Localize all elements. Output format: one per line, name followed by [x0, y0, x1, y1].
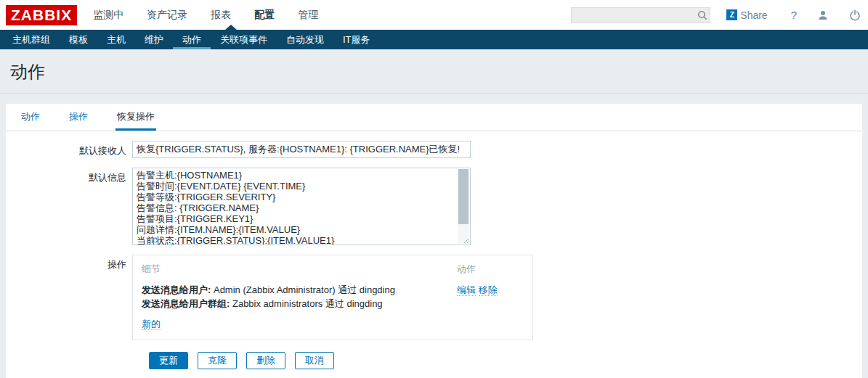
- search-input[interactable]: [572, 8, 695, 22]
- default-message-row: 默认信息 告警主机:{HOSTNAME1} 告警时间:{EVENT.DATE} …: [6, 168, 862, 245]
- action-form-panel: 动作 操作 恢复操作 默认接收人 默认信息 告警主机:{HOSTNAME1} 告…: [6, 104, 862, 378]
- nav-reports[interactable]: 报表: [211, 9, 231, 22]
- subnav-event-correlation[interactable]: 关联项事件: [211, 30, 277, 49]
- config-sub-nav: 主机群组 模板 主机 维护 动作 关联项事件 自动发现 IT服务: [0, 30, 868, 49]
- nav-inventory[interactable]: 资产记录: [147, 9, 187, 22]
- operation-details: 发送消息给用户: Admin (Zabbix Administrator) 通过…: [142, 283, 457, 311]
- recovery-operations-form: 默认接收人 默认信息 告警主机:{HOSTNAME1} 告警时间:{EVENT.…: [6, 131, 862, 369]
- default-message-textarea[interactable]: 告警主机:{HOSTNAME1} 告警时间:{EVENT.DATE} {EVEN…: [133, 168, 470, 245]
- help-icon[interactable]: ?: [791, 9, 797, 21]
- zabbix-share-icon: Z: [726, 9, 737, 20]
- share-label: Share: [740, 9, 767, 21]
- subnav-templates[interactable]: 模板: [60, 30, 97, 49]
- new-operation-link[interactable]: 新的: [142, 319, 161, 330]
- new-operation-container: 新的: [142, 318, 524, 331]
- subnav-it-services[interactable]: IT服务: [333, 30, 380, 49]
- operations-table-body: 发送消息给用户: Admin (Zabbix Administrator) 通过…: [142, 283, 524, 311]
- operation-row-usergroup: 发送消息给用户群组: Zabbix administrators 通过 ding…: [142, 297, 457, 311]
- textarea-scrollbar[interactable]: [458, 169, 469, 244]
- operations-row: 操作 细节 动作 发送消息给用户: Admin (Zabbix Administ…: [6, 255, 862, 340]
- operations-table: 细节 动作 发送消息给用户: Admin (Zabbix Administrat…: [132, 255, 533, 340]
- clone-button[interactable]: 克隆: [198, 352, 237, 369]
- default-subject-row: 默认接收人: [6, 141, 862, 158]
- scrollbar-thumb[interactable]: [458, 169, 469, 224]
- send-message-group-text: Zabbix administrators 通过 dingding: [230, 298, 382, 309]
- page-title: 动作: [10, 60, 858, 83]
- search-icon[interactable]: [695, 10, 710, 20]
- edit-operation-link[interactable]: 编辑: [457, 284, 476, 296]
- active-menu-pointer: [224, 25, 238, 30]
- operations-label: 操作: [6, 255, 132, 340]
- default-subject-input[interactable]: [132, 141, 471, 158]
- top-bar: ZABBIX 监测中 资产记录 报表 配置 管理 Z Share ?: [0, 0, 868, 30]
- tab-operations[interactable]: 操作: [68, 104, 89, 131]
- send-message-group-prefix: 发送消息给用户群组:: [142, 298, 230, 309]
- remove-operation-link[interactable]: 移除: [479, 284, 498, 296]
- default-message-label: 默认信息: [6, 168, 132, 245]
- operation-row-user: 发送消息给用户: Admin (Zabbix Administrator) 通过…: [142, 283, 457, 297]
- subnav-hosts[interactable]: 主机: [97, 30, 135, 49]
- nav-administration[interactable]: 管理: [298, 9, 318, 22]
- nav-configuration[interactable]: 配置: [254, 9, 275, 22]
- form-tabs: 动作 操作 恢复操作: [6, 104, 862, 131]
- header-divider: [0, 93, 868, 94]
- main-nav: 监测中 资产记录 报表 配置 管理: [93, 9, 318, 22]
- subnav-discovery[interactable]: 自动发现: [277, 30, 333, 49]
- default-subject-label: 默认接收人: [6, 141, 132, 158]
- details-column-header: 细节: [142, 263, 457, 276]
- form-buttons: 更新 克隆 删除 取消: [149, 352, 862, 369]
- subnav-host-groups[interactable]: 主机群组: [3, 30, 60, 49]
- send-message-user-text: Admin (Zabbix Administrator) 通过 dingding: [211, 284, 395, 295]
- operation-actions: 编辑 移除: [457, 283, 524, 311]
- tab-recovery-operations[interactable]: 恢复操作: [115, 104, 156, 131]
- nav-monitoring[interactable]: 监测中: [93, 9, 123, 22]
- subnav-maintenance[interactable]: 维护: [135, 30, 173, 49]
- delete-button[interactable]: 删除: [246, 352, 285, 369]
- page-header: 动作: [0, 49, 868, 93]
- action-column-header: 动作: [457, 263, 524, 276]
- cancel-button[interactable]: 取消: [295, 352, 334, 369]
- tab-action[interactable]: 动作: [20, 104, 41, 131]
- update-button[interactable]: 更新: [149, 352, 188, 369]
- user-profile-icon[interactable]: [817, 9, 829, 21]
- zabbix-logo[interactable]: ZABBIX: [6, 5, 77, 25]
- send-message-user-prefix: 发送消息给用户:: [142, 284, 211, 295]
- operations-table-header: 细节 动作: [142, 263, 524, 276]
- search-box: [571, 7, 710, 23]
- subnav-actions[interactable]: 动作: [173, 30, 211, 49]
- default-message-field: 告警主机:{HOSTNAME1} 告警时间:{EVENT.DATE} {EVEN…: [132, 168, 471, 245]
- logout-power-icon[interactable]: [849, 9, 861, 21]
- share-button[interactable]: Z Share: [726, 9, 767, 21]
